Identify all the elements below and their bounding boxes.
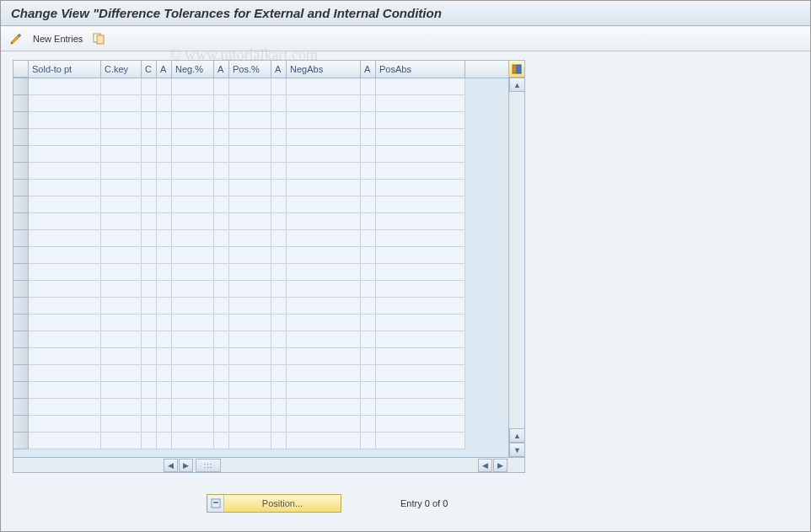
table-cell[interactable] [101,78,142,95]
table-cell[interactable] [229,281,271,298]
scroll-bottom-icon[interactable]: ▼ [509,443,524,457]
table-cell[interactable] [142,264,157,281]
vscroll-track[interactable] [509,92,524,428]
row-selector[interactable] [13,382,29,399]
col-header-c[interactable]: C [142,61,157,78]
table-cell[interactable] [142,331,157,348]
table-cell[interactable] [157,331,172,348]
table-cell[interactable] [172,433,214,449]
table-cell[interactable] [229,264,271,281]
table-cell[interactable] [214,264,229,281]
table-cell[interactable] [229,129,271,146]
row-selector[interactable] [13,95,29,112]
table-cell[interactable] [142,433,157,449]
table-cell[interactable] [376,180,465,196]
row-selector[interactable] [13,78,29,95]
table-cell[interactable] [172,163,214,180]
table-cell[interactable] [172,213,214,230]
table-cell[interactable] [29,314,101,331]
table-cell[interactable] [287,348,361,365]
col-header-a2[interactable]: A [214,61,229,78]
scroll-up-icon[interactable]: ▲ [509,78,524,92]
table-cell[interactable] [271,112,287,129]
col-header-a3[interactable]: A [271,61,287,78]
table-cell[interactable] [361,129,376,146]
table-cell[interactable] [229,146,271,163]
table-cell[interactable] [172,264,214,281]
table-cell[interactable] [214,433,229,449]
table-cell[interactable] [172,416,214,433]
table-cell[interactable] [376,163,465,180]
table-cell[interactable] [271,331,287,348]
table-cell[interactable] [142,399,157,416]
table-cell[interactable] [172,230,214,247]
select-all-rows[interactable] [13,61,29,78]
table-cell[interactable] [229,348,271,365]
table-cell[interactable] [157,382,172,399]
edit-pencil-icon[interactable] [9,32,23,46]
table-cell[interactable] [361,331,376,348]
table-cell[interactable] [142,416,157,433]
table-cell[interactable] [172,78,214,95]
table-cell[interactable] [287,196,361,213]
table-cell[interactable] [229,365,271,382]
table-cell[interactable] [287,298,361,314]
col-header-a4[interactable]: A [361,61,376,78]
table-cell[interactable] [29,416,101,433]
table-cell[interactable] [376,112,465,129]
table-cell[interactable] [142,247,157,264]
table-cell[interactable] [229,112,271,129]
table-cell[interactable] [376,196,465,213]
table-cell[interactable] [361,365,376,382]
table-cell[interactable] [271,382,287,399]
table-cell[interactable] [142,78,157,95]
col-header-pos-abs[interactable]: PosAbs [376,61,465,78]
table-cell[interactable] [29,433,101,449]
table-cell[interactable] [101,129,142,146]
row-selector[interactable] [13,433,29,449]
table-cell[interactable] [157,129,172,146]
table-cell[interactable] [214,112,229,129]
table-cell[interactable] [172,382,214,399]
table-cell[interactable] [29,348,101,365]
table-cell[interactable] [142,129,157,146]
table-cell[interactable] [142,365,157,382]
table-cell[interactable] [29,264,101,281]
table-cell[interactable] [376,416,465,433]
row-selector[interactable] [13,416,29,433]
table-cell[interactable] [157,348,172,365]
table-cell[interactable] [214,213,229,230]
table-cell[interactable] [361,298,376,314]
table-cell[interactable] [287,129,361,146]
table-cell[interactable] [376,399,465,416]
row-selector[interactable] [13,399,29,416]
table-cell[interactable] [142,95,157,112]
table-cell[interactable] [229,247,271,264]
table-cell[interactable] [101,146,142,163]
table-cell[interactable] [214,230,229,247]
table-cell[interactable] [142,163,157,180]
table-cell[interactable] [271,230,287,247]
table-cell[interactable] [29,331,101,348]
table-cell[interactable] [287,365,361,382]
table-cell[interactable] [142,230,157,247]
table-cell[interactable] [376,281,465,298]
col-header-c-key[interactable]: C.key [101,61,142,78]
table-cell[interactable] [172,112,214,129]
table-cell[interactable] [214,416,229,433]
table-cell[interactable] [101,365,142,382]
table-cell[interactable] [271,264,287,281]
table-cell[interactable] [172,180,214,196]
table-cell[interactable] [214,196,229,213]
table-cell[interactable] [361,163,376,180]
table-cell[interactable] [271,196,287,213]
table-cell[interactable] [287,163,361,180]
table-cell[interactable] [229,416,271,433]
table-cell[interactable] [101,264,142,281]
table-cell[interactable] [214,331,229,348]
row-selector[interactable] [13,112,29,129]
table-cell[interactable] [271,213,287,230]
table-cell[interactable] [271,78,287,95]
table-cell[interactable] [361,95,376,112]
table-cell[interactable] [229,213,271,230]
